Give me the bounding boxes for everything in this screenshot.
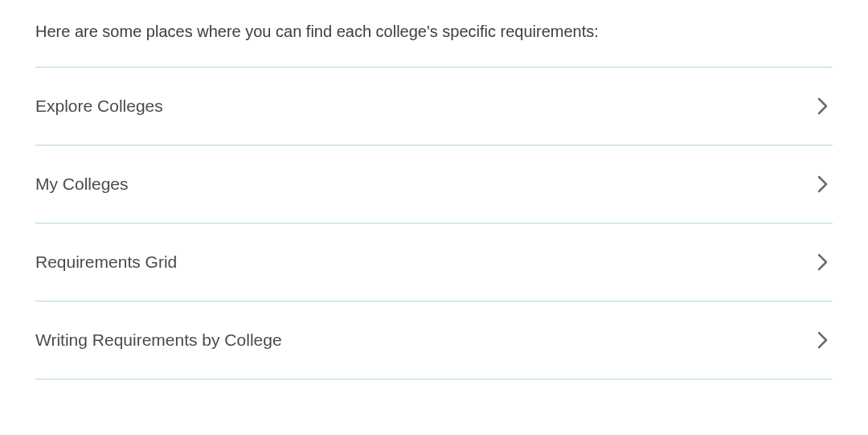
list-item-explore-colleges[interactable]: Explore Colleges [35,67,833,145]
list-item-my-colleges[interactable]: My Colleges [35,145,833,223]
list-item-writing-requirements[interactable]: Writing Requirements by College [35,301,833,380]
list-item-label: Writing Requirements by College [35,330,282,350]
page-container: Here are some places where you can find … [0,0,868,380]
chevron-right-icon [817,97,833,115]
list-item-label: Requirements Grid [35,252,177,272]
requirements-list: Explore Colleges My Colleges Requirement… [35,67,833,380]
list-item-requirements-grid[interactable]: Requirements Grid [35,223,833,301]
chevron-right-icon [817,253,833,271]
chevron-right-icon [817,175,833,193]
chevron-right-icon [817,331,833,349]
intro-text: Here are some places where you can find … [35,23,833,41]
list-item-label: Explore Colleges [35,96,163,116]
list-item-label: My Colleges [35,174,129,194]
